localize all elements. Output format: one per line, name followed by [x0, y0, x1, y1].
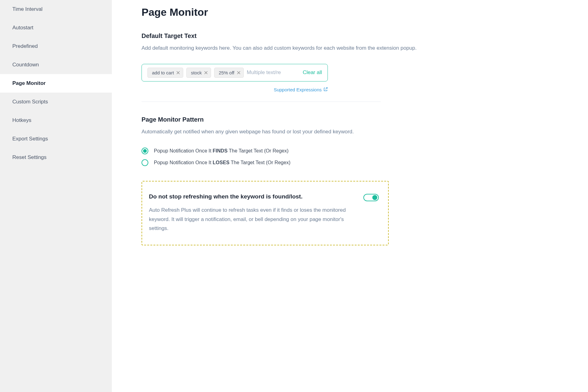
clear-all-button[interactable]: Clear all: [303, 69, 322, 76]
pattern-title: Page Monitor Pattern: [142, 116, 558, 123]
sidebar-item-page-monitor[interactable]: Page Monitor: [0, 74, 112, 93]
tag-label: add to cart: [152, 70, 174, 75]
radio-label: Popup Notification Once It LOSES The Tar…: [154, 160, 290, 165]
main-content: Page Monitor Default Target Text Add def…: [112, 0, 588, 392]
pattern-radio-group: Popup Notification Once It FINDS The Tar…: [142, 148, 558, 166]
callout-do-not-stop: Do not stop refreshing when the keyword …: [142, 181, 389, 245]
radio-option-finds[interactable]: Popup Notification Once It FINDS The Tar…: [142, 148, 558, 154]
tag-item: stock: [186, 68, 211, 78]
external-link-icon: [324, 87, 328, 92]
toggle-do-not-stop[interactable]: [363, 194, 379, 201]
sidebar-item-countdown[interactable]: Countdown: [0, 56, 112, 74]
default-target-description: Add default monitoring keywords here. Yo…: [142, 44, 558, 53]
radio-option-loses[interactable]: Popup Notification Once It LOSES The Tar…: [142, 159, 558, 166]
sidebar-item-custom-scripts[interactable]: Custom Scripts: [0, 93, 112, 111]
callout-description: Auto Refresh Plus will continue to refre…: [149, 206, 354, 233]
page-title: Page Monitor: [142, 6, 558, 18]
sidebar-item-hotkeys[interactable]: Hotkeys: [0, 111, 112, 130]
section-pattern: Page Monitor Pattern Automatically get n…: [142, 116, 558, 245]
close-icon[interactable]: [237, 71, 240, 74]
tag-item: 25% off: [214, 68, 244, 78]
tag-text-input[interactable]: [247, 69, 300, 76]
tag-input-wrapper[interactable]: add to cart stock 25% off: [142, 64, 328, 81]
callout-title: Do not stop refreshing when the keyword …: [149, 193, 354, 200]
radio-icon: [142, 159, 148, 166]
sidebar-item-predefined[interactable]: Predefined: [0, 37, 112, 56]
supported-expressions-label: Supported Expressions: [274, 87, 322, 92]
supported-expressions-link[interactable]: Supported Expressions: [274, 87, 328, 92]
sidebar-item-autostart[interactable]: Autostart: [0, 19, 112, 37]
sidebar-item-export-settings[interactable]: Export Settings: [0, 130, 112, 148]
section-default-target: Default Target Text Add default monitori…: [142, 32, 558, 102]
sidebar-item-time-interval[interactable]: Time Interval: [0, 0, 112, 19]
close-icon[interactable]: [204, 71, 208, 74]
sidebar: Time Interval Autostart Predefined Count…: [0, 0, 112, 392]
tag-label: 25% off: [219, 70, 235, 75]
radio-label: Popup Notification Once It FINDS The Tar…: [154, 148, 289, 154]
default-target-title: Default Target Text: [142, 32, 558, 40]
pattern-description: Automatically get notified when any give…: [142, 127, 558, 136]
sidebar-item-reset-settings[interactable]: Reset Settings: [0, 148, 112, 167]
tag-label: stock: [191, 70, 202, 75]
tag-item: add to cart: [147, 68, 183, 78]
radio-icon: [142, 148, 148, 154]
close-icon[interactable]: [176, 71, 180, 74]
section-divider: [142, 102, 381, 102]
